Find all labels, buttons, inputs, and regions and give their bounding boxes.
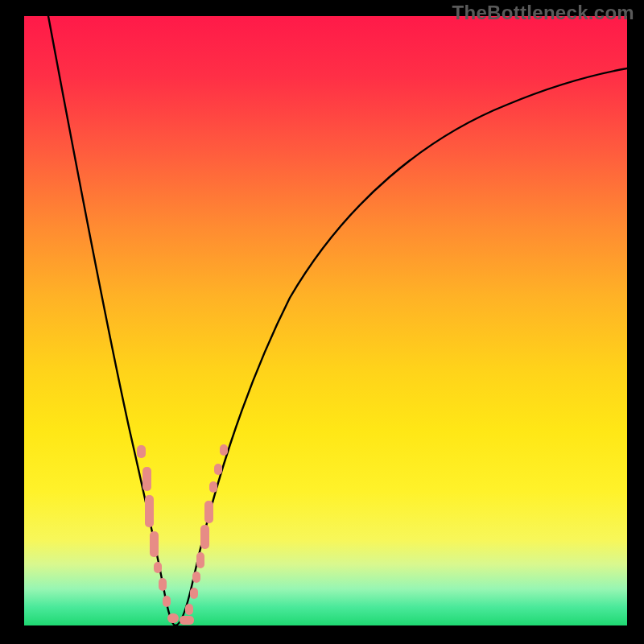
svg-rect-17 bbox=[220, 444, 228, 456]
chart-plot-area bbox=[24, 16, 627, 625]
svg-rect-5 bbox=[159, 578, 167, 591]
svg-rect-15 bbox=[209, 481, 217, 493]
svg-rect-2 bbox=[145, 495, 154, 527]
svg-rect-0 bbox=[137, 445, 146, 458]
svg-rect-16 bbox=[214, 464, 222, 475]
benchmark-markers bbox=[137, 444, 228, 625]
svg-rect-14 bbox=[204, 501, 213, 523]
svg-rect-11 bbox=[192, 572, 200, 583]
svg-rect-9 bbox=[185, 604, 193, 615]
svg-rect-10 bbox=[190, 588, 198, 599]
svg-rect-12 bbox=[196, 552, 204, 568]
svg-rect-1 bbox=[142, 467, 151, 491]
svg-rect-8 bbox=[180, 616, 194, 625]
svg-rect-7 bbox=[167, 613, 179, 623]
svg-rect-13 bbox=[200, 525, 209, 549]
watermark-text: TheBottleneck.com bbox=[452, 2, 634, 24]
svg-rect-4 bbox=[154, 562, 162, 573]
svg-rect-3 bbox=[150, 531, 159, 557]
bottleneck-curve-svg bbox=[24, 16, 627, 625]
bottleneck-curve-path bbox=[48, 16, 627, 625]
svg-rect-6 bbox=[163, 596, 171, 607]
